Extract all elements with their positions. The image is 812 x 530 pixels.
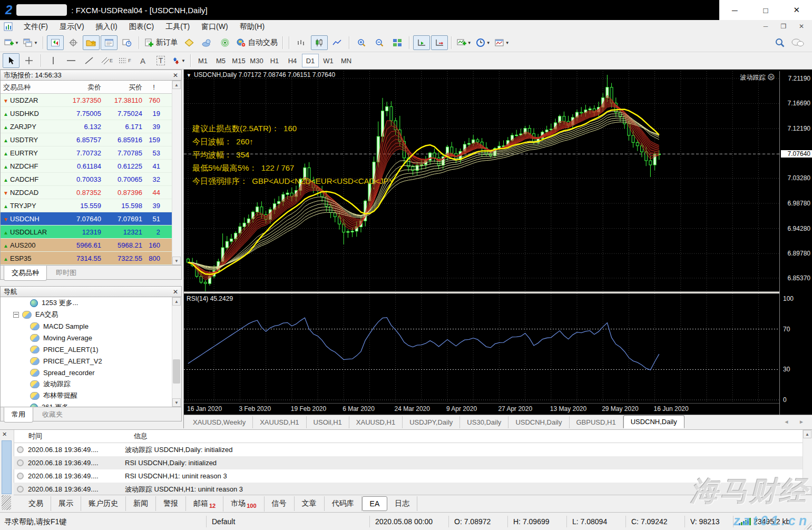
chart-shift-button[interactable] bbox=[431, 35, 448, 50]
zoom-in-button[interactable] bbox=[353, 35, 370, 50]
new-chart-button[interactable]: ▼ bbox=[3, 35, 21, 50]
col-symbol[interactable]: 交易品种 bbox=[1, 81, 62, 94]
navigator-item[interactable]: 361 更多... bbox=[1, 401, 181, 407]
zoom-out-button[interactable] bbox=[371, 35, 388, 50]
arrows-tool[interactable]: ▼ bbox=[170, 53, 187, 68]
menu-item[interactable]: 图表(C) bbox=[123, 21, 160, 33]
market-watch-tab[interactable]: 交易品种 bbox=[4, 266, 47, 281]
navigator-item[interactable]: PRICE_ALERT_V2 bbox=[1, 355, 181, 367]
terminal-tab[interactable]: 信号 bbox=[265, 496, 295, 511]
menu-item[interactable]: 文件(F) bbox=[18, 21, 54, 33]
navigator-tab[interactable]: 收藏夹 bbox=[34, 407, 71, 423]
signals-button[interactable] bbox=[217, 35, 233, 50]
text-label-tool[interactable]: T bbox=[152, 53, 169, 68]
terminal-tab[interactable]: 文章 bbox=[295, 496, 325, 511]
chart-tab[interactable]: XAUUSD,Weekly bbox=[186, 416, 253, 428]
navigator-scrollbar[interactable]: ▲ ▼ bbox=[172, 297, 181, 407]
navigator-tab[interactable]: 常用 bbox=[4, 407, 33, 423]
mql5-community-button[interactable] bbox=[199, 35, 216, 50]
indicators-button[interactable]: ▼ bbox=[455, 35, 473, 50]
scroll-down-icon[interactable]: ▼ bbox=[172, 398, 181, 407]
channel-tool[interactable]: E bbox=[99, 53, 115, 68]
candlestick-mode-button[interactable] bbox=[311, 35, 328, 50]
terminal-toggle[interactable] bbox=[101, 35, 118, 50]
auto-trading-button[interactable]: 自动交易 bbox=[234, 35, 279, 50]
market-watch-scrollbar[interactable]: ▲ ▼ bbox=[172, 81, 181, 265]
timeframe-button[interactable]: H1 bbox=[266, 54, 283, 67]
terminal-tab[interactable]: 展示 bbox=[51, 496, 81, 511]
terminal-tab[interactable]: 账户历史 bbox=[81, 496, 126, 511]
navigator-toggle[interactable]: ★ bbox=[83, 35, 100, 50]
periods-button[interactable]: ▼ bbox=[474, 35, 492, 50]
navigator-item[interactable]: PRICE_ALERT(1) bbox=[1, 343, 181, 355]
terminal-tab[interactable]: EA bbox=[362, 496, 388, 511]
market-watch-row[interactable]: NZDCAD 0.87352 0.87396 44 bbox=[1, 186, 181, 199]
col-message[interactable]: 信息 bbox=[134, 430, 148, 443]
log-row[interactable]: 2020.06.18 19:36:49.... RSI USDCNH,H1: u… bbox=[14, 469, 803, 483]
frown-face-icon[interactable]: ☹ bbox=[767, 73, 775, 81]
navigator-item[interactable]: Moving Average bbox=[1, 332, 181, 343]
log-row[interactable]: 2020.06.18 19:36:49.... RSI USDCNH,Daily… bbox=[14, 456, 803, 469]
chart-tab[interactable]: USDCNH,Daily bbox=[623, 415, 684, 428]
navigator-item[interactable]: 波动跟踪 bbox=[1, 378, 181, 390]
menu-item[interactable]: 插入(I) bbox=[90, 21, 123, 33]
log-row[interactable]: 2020.06.18 19:36:49.... 波动跟踪 USDCNH,H1: … bbox=[14, 483, 803, 495]
market-watch-row[interactable]: NZDCHF 0.61184 0.61225 41 bbox=[1, 160, 181, 173]
navigator-item[interactable]: 1253 更多... bbox=[1, 297, 181, 309]
scroll-up-icon[interactable]: ▲ bbox=[172, 81, 181, 89]
child-minimize-button[interactable]: ─ bbox=[760, 22, 771, 31]
log-row[interactable]: 2020.06.18 19:36:49.... 波动跟踪 USDCNH,Dail… bbox=[14, 443, 803, 456]
tile-windows-button[interactable] bbox=[389, 35, 406, 50]
navigator-item[interactable]: 布林带提醒 bbox=[1, 390, 181, 401]
chart-tab[interactable]: US30,Daily bbox=[460, 416, 508, 428]
chart-tab[interactable]: XAUUSD,H1 bbox=[253, 416, 306, 428]
bar-chart-mode-button[interactable] bbox=[293, 35, 310, 50]
close-icon[interactable]: ✕ bbox=[2, 431, 7, 438]
menu-item[interactable]: 帮助(H) bbox=[234, 21, 270, 33]
scroll-thumb[interactable] bbox=[173, 359, 180, 384]
crosshair-tool[interactable] bbox=[21, 53, 37, 68]
market-watch-tab[interactable]: 即时图 bbox=[48, 266, 84, 281]
market-watch-row[interactable]: USDHKD 7.75005 7.75024 19 bbox=[1, 107, 181, 120]
market-watch-row[interactable]: ESP35 7314.55 7322.55 800 bbox=[1, 252, 181, 265]
market-watch-row[interactable]: USDZAR 17.37350 17.38110 760 bbox=[1, 94, 181, 107]
community-chat-button[interactable] bbox=[789, 35, 806, 50]
market-watch-row[interactable]: TRYJPY 15.559 15.598 39 bbox=[1, 199, 181, 212]
data-window-button[interactable] bbox=[65, 35, 82, 50]
tree-collapse-icon[interactable] bbox=[13, 312, 19, 318]
strategy-tester-button[interactable] bbox=[119, 35, 135, 50]
timeframe-button[interactable]: M5 bbox=[212, 54, 229, 67]
navigator-item[interactable]: EA交易 bbox=[1, 309, 181, 320]
minimize-button[interactable]: ─ bbox=[719, 0, 750, 20]
price-scale[interactable]: 7.211907.166907.121907.076407.032806.987… bbox=[779, 71, 812, 415]
menu-item[interactable]: 显示(V) bbox=[54, 21, 90, 33]
timeframe-button[interactable]: D1 bbox=[302, 54, 319, 67]
scroll-up-icon[interactable]: ▲ bbox=[803, 430, 811, 438]
timeframe-button[interactable]: M15 bbox=[230, 54, 247, 67]
timeframe-button[interactable]: M30 bbox=[248, 54, 265, 67]
status-profile[interactable]: Default bbox=[206, 516, 369, 527]
close-icon[interactable]: ✕ bbox=[173, 72, 178, 79]
close-button[interactable]: ✕ bbox=[781, 0, 812, 20]
rsi-subchart[interactable] bbox=[184, 293, 779, 401]
vertical-line-tool[interactable] bbox=[45, 53, 62, 68]
new-order-button[interactable]: 新订单 bbox=[143, 35, 180, 50]
collapse-triangle-icon[interactable]: ▼ bbox=[187, 73, 191, 78]
chart-tab[interactable]: GBPUSD,H1 bbox=[570, 416, 623, 428]
chart-tab[interactable]: USOil,H1 bbox=[307, 416, 349, 428]
tab-scroll-arrows[interactable]: ◄ ► bbox=[784, 419, 808, 425]
navigator-item[interactable]: MACD Sample bbox=[1, 320, 181, 332]
market-watch-row[interactable]: EURTRY 7.70732 7.70785 53 bbox=[1, 146, 181, 160]
terminal-side-scrollbar[interactable] bbox=[2, 440, 12, 494]
navigator-item[interactable]: Spread_recorder bbox=[1, 367, 181, 378]
market-watch-row[interactable]: USDTRY 6.85757 6.85916 159 bbox=[1, 133, 181, 146]
timeframe-button[interactable]: W1 bbox=[320, 54, 337, 67]
market-watch-toggle[interactable] bbox=[47, 35, 64, 50]
menu-item[interactable]: 工具(T) bbox=[160, 21, 195, 33]
maximize-button[interactable]: □ bbox=[750, 0, 781, 20]
terminal-tab[interactable]: 邮箱12 bbox=[186, 496, 223, 512]
metaeditor-button[interactable] bbox=[181, 35, 198, 50]
market-watch-row[interactable]: ZARJPY 6.132 6.171 39 bbox=[1, 120, 181, 133]
terminal-tab[interactable]: 代码库 bbox=[325, 496, 362, 511]
chart-tab[interactable]: USDJPY,Daily bbox=[403, 416, 460, 428]
